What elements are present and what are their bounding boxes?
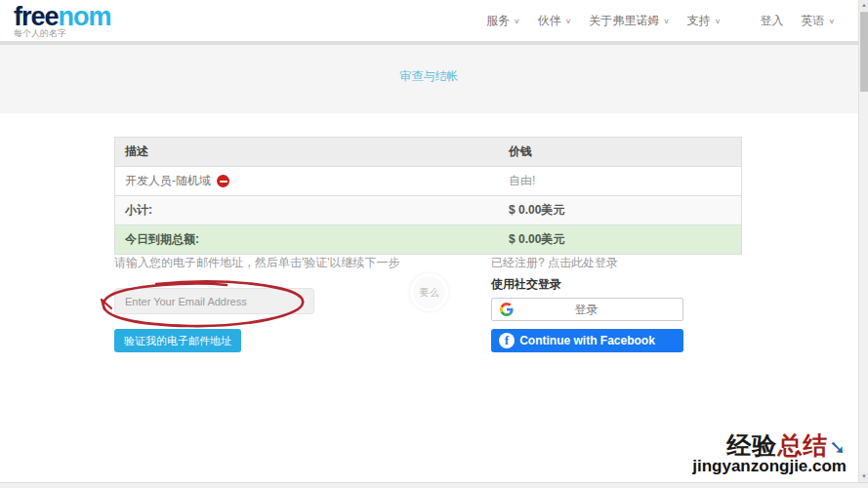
vertical-scrollbar-thumb[interactable] [860, 12, 868, 92]
email-input[interactable] [114, 288, 314, 314]
col-header-description: 描述 [115, 138, 499, 166]
checkout-page: freenom 每个人的名字 服务∨ 伙伴∨ 关于弗里诺姆∨ 支持∨ 登入 英语… [0, 0, 868, 488]
total-due-value: $ 0.00美元 [499, 225, 741, 254]
chevron-down-icon: ∨ [828, 18, 835, 25]
chevron-down-icon: ∨ [663, 18, 670, 25]
remove-item-icon[interactable] [217, 175, 229, 187]
facebook-icon: f [499, 333, 515, 348]
subtotal-value: $ 0.00美元 [499, 196, 741, 224]
facebook-login-button[interactable]: f Continue with Facebook [491, 329, 683, 352]
horizontal-scrollbar[interactable] [0, 482, 868, 488]
subtotal-label: 小计: [115, 196, 499, 224]
table-header-row: 描述 价钱 [115, 138, 741, 167]
google-icon [500, 303, 514, 316]
item-description-cell: 开发人员-随机域 [115, 167, 499, 195]
watermark: 经验总结➘ jingyanzongjie.com [692, 432, 847, 475]
chevron-down-icon: ∨ [565, 18, 572, 25]
table-row-subtotal: 小计: $ 0.00美元 [115, 196, 741, 225]
order-summary-table: 描述 价钱 开发人员-随机域 自由! 小计: $ 0.00美元 今日到期总额: … [114, 137, 742, 255]
table-row-total-due: 今日到期总额: $ 0.00美元 [115, 225, 741, 255]
logo-wordmark: freenom [14, 4, 111, 29]
google-login-button[interactable]: 登录 [491, 298, 683, 321]
already-registered-link[interactable]: 已经注册? 点击此处登录 [491, 255, 618, 271]
header: freenom 每个人的名字 服务∨ 伙伴∨ 关于弗里诺姆∨ 支持∨ 登入 英语… [0, 0, 858, 41]
watermark-arrow-icon: ➘ [829, 436, 847, 458]
nav-support[interactable]: 支持∨ [687, 13, 722, 29]
email-instruction: 请输入您的电子邮件地址，然后单击'验证'以继续下一步 [114, 255, 400, 271]
vertical-scrollbar[interactable]: ▲ ▼ [858, 0, 868, 482]
scroll-down-icon[interactable]: ▼ [859, 471, 868, 482]
or-divider: 要么 [413, 276, 445, 308]
nav-signin[interactable]: 登入 [760, 13, 783, 29]
total-due-label: 今日到期总额: [115, 225, 499, 254]
chevron-down-icon: ∨ [715, 18, 722, 25]
watermark-title: 经验总结➘ [692, 432, 847, 458]
nav-language[interactable]: 英语∨ [801, 13, 835, 29]
col-header-price: 价钱 [499, 138, 741, 166]
table-row-item: 开发人员-随机域 自由! [115, 167, 741, 196]
review-checkout-link[interactable]: 审查与结帐 [0, 68, 858, 85]
verify-email-button[interactable]: 验证我的电子邮件地址 [114, 329, 241, 352]
subheader-band: 审查与结帐 [0, 41, 858, 113]
freenom-logo[interactable]: freenom 每个人的名字 [14, 4, 111, 40]
facebook-button-label: Continue with Facebook [515, 334, 660, 347]
nav-services[interactable]: 服务∨ [486, 13, 520, 29]
google-button-label: 登录 [514, 302, 659, 318]
nav-partners[interactable]: 伙伴∨ [538, 13, 572, 29]
scroll-up-icon[interactable]: ▲ [859, 0, 868, 11]
chevron-down-icon: ∨ [514, 18, 520, 25]
main-nav: 服务∨ 伙伴∨ 关于弗里诺姆∨ 支持∨ 登入 英语∨ [469, 13, 835, 29]
nav-about[interactable]: 关于弗里诺姆∨ [589, 13, 670, 29]
watermark-domain: jingyanzongjie.com [692, 458, 847, 475]
item-price-cell: 自由! [499, 167, 741, 195]
social-login-title: 使用社交登录 [491, 276, 561, 293]
